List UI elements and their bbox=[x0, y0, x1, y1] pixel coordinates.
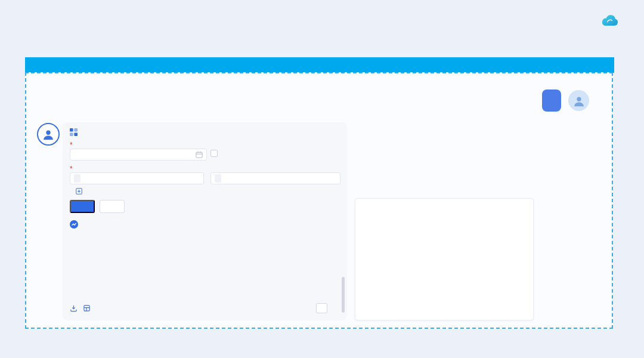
user-message-row bbox=[36, 90, 613, 112]
person-icon bbox=[42, 128, 55, 141]
summary-checkbox[interactable] bbox=[210, 150, 218, 157]
table-footer bbox=[70, 303, 340, 313]
plus-square-icon bbox=[76, 188, 82, 195]
table-header-row bbox=[70, 232, 340, 246]
pagination bbox=[308, 303, 340, 313]
person-icon bbox=[572, 94, 586, 107]
results-table bbox=[70, 232, 340, 246]
cloud-logo-icon bbox=[600, 14, 618, 27]
filter-row bbox=[70, 188, 85, 195]
download-icon[interactable] bbox=[70, 304, 78, 312]
section-banner bbox=[25, 57, 614, 73]
assistant-avatar bbox=[37, 123, 60, 146]
dimension-input[interactable] bbox=[210, 172, 340, 184]
sales-chart-card bbox=[355, 198, 534, 320]
calendar-icon[interactable] bbox=[196, 151, 203, 158]
query-conditions-header bbox=[70, 128, 81, 136]
user-message-bubble bbox=[542, 90, 561, 112]
query-panel bbox=[63, 122, 347, 320]
metric-input[interactable] bbox=[70, 172, 204, 184]
reset-button[interactable] bbox=[100, 200, 125, 213]
legend-swatch bbox=[518, 219, 523, 224]
add-condition-link[interactable] bbox=[76, 188, 85, 195]
date-label bbox=[70, 141, 73, 149]
results-icon bbox=[70, 220, 78, 229]
query-results-header bbox=[70, 220, 82, 229]
dimension-tag[interactable] bbox=[215, 174, 221, 183]
brand-logo bbox=[600, 14, 623, 27]
user-avatar bbox=[568, 90, 589, 111]
metric-label bbox=[70, 165, 73, 173]
current-page-input[interactable] bbox=[316, 303, 327, 313]
query-button[interactable] bbox=[70, 200, 95, 213]
chart-legend[interactable] bbox=[518, 219, 526, 224]
export-table-icon[interactable] bbox=[83, 304, 91, 312]
sales-line-chart[interactable] bbox=[360, 230, 530, 298]
metric-tag[interactable] bbox=[74, 174, 80, 183]
grid-icon bbox=[70, 128, 78, 136]
date-range-input[interactable] bbox=[70, 149, 207, 161]
table-scrollbar[interactable] bbox=[342, 277, 345, 313]
summary-checkbox-row bbox=[210, 150, 221, 157]
